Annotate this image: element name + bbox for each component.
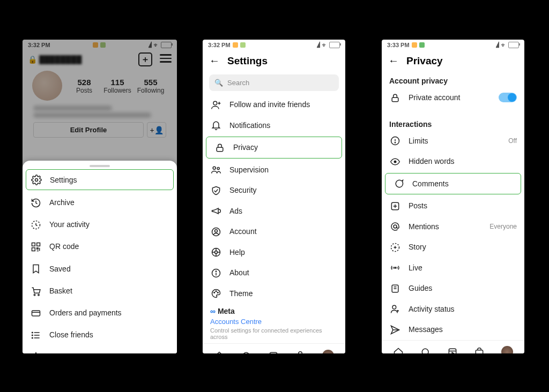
privacy-label: Mentions bbox=[409, 222, 439, 231]
svg-point-46 bbox=[395, 142, 395, 143]
private-toggle[interactable] bbox=[499, 93, 517, 102]
menu-item-basket[interactable]: Basket bbox=[23, 280, 177, 301]
svg-rect-39 bbox=[270, 352, 277, 353]
settings-item-follow-invite[interactable]: Follow and invite friends bbox=[203, 94, 345, 115]
menu-label: Basket bbox=[49, 287, 72, 295]
settings-item-supervision[interactable]: Supervision bbox=[203, 160, 345, 180]
privacy-item-hidden-words[interactable]: Hidden words bbox=[382, 151, 524, 172]
nav-profile[interactable] bbox=[322, 350, 334, 353]
svg-point-0 bbox=[35, 179, 38, 182]
svg-point-35 bbox=[216, 291, 217, 292]
svg-point-6 bbox=[38, 294, 40, 296]
nav-search[interactable] bbox=[241, 349, 252, 353]
svg-rect-3 bbox=[37, 243, 40, 246]
settings-item-theme[interactable]: Theme bbox=[203, 283, 345, 304]
accounts-centre-link[interactable]: Accounts Centre bbox=[210, 318, 338, 326]
settings-label: Help bbox=[229, 248, 245, 257]
palette-icon bbox=[210, 288, 222, 299]
menu-label: QR code bbox=[49, 242, 79, 251]
svg-point-62 bbox=[422, 349, 428, 353]
menu-label: Archive bbox=[49, 198, 75, 207]
svg-point-59 bbox=[392, 305, 396, 309]
svg-point-14 bbox=[32, 337, 33, 338]
screenshot-profile-sheet: 3:32 PM ◢ ᯤ 🔒 ████████ ＋ 528 Posts 115 F… bbox=[23, 40, 177, 353]
search-placeholder: Search bbox=[227, 79, 249, 87]
sheet-handle[interactable] bbox=[90, 165, 110, 167]
status-dot-icon bbox=[240, 42, 246, 48]
privacy-label: Activity status bbox=[409, 305, 455, 313]
nav-home[interactable] bbox=[393, 346, 404, 353]
list-icon bbox=[30, 329, 42, 341]
live-icon bbox=[389, 262, 401, 274]
page-title: Privacy bbox=[406, 55, 443, 67]
svg-rect-67 bbox=[476, 350, 483, 353]
settings-label: Security bbox=[229, 186, 257, 194]
menu-item-saved[interactable]: Saved bbox=[23, 258, 177, 280]
settings-item-about[interactable]: About bbox=[203, 262, 345, 283]
menu-item-archive[interactable]: Archive bbox=[23, 191, 177, 213]
limits-icon bbox=[389, 135, 401, 147]
bookmark-icon bbox=[30, 263, 42, 274]
search-input[interactable]: 🔍 Search bbox=[209, 74, 339, 91]
privacy-item-guides[interactable]: Guides bbox=[382, 278, 524, 299]
back-button[interactable]: ← bbox=[209, 55, 220, 67]
settings-item-ads[interactable]: Ads bbox=[203, 201, 345, 222]
privacy-label: Guides bbox=[409, 284, 432, 292]
menu-item-favourites[interactable]: Favourites bbox=[23, 346, 177, 353]
svg-point-33 bbox=[216, 271, 216, 272]
tutorial-three-screenshots: { "status": { "time_a": "3:32 PM", "time… bbox=[0, 0, 549, 392]
menu-item-qr[interactable]: QR code bbox=[23, 236, 177, 258]
screenshot-privacy: 3:33 PM ◢ ᯤ ← Privacy Account privacy Pr… bbox=[382, 40, 524, 353]
privacy-item-limits[interactable]: Limits Off bbox=[382, 131, 524, 152]
nav-home[interactable] bbox=[214, 349, 225, 353]
bottom-nav bbox=[382, 340, 524, 353]
battery-icon bbox=[508, 42, 519, 48]
at-icon bbox=[389, 221, 401, 232]
privacy-item-live[interactable]: Live bbox=[382, 258, 524, 278]
menu-label: Favourites bbox=[49, 353, 84, 353]
svg-marker-66 bbox=[452, 352, 454, 353]
settings-item-help[interactable]: Help bbox=[203, 242, 345, 263]
status-dot-icon bbox=[412, 42, 417, 48]
bottom-nav bbox=[203, 343, 345, 353]
battery-icon bbox=[329, 42, 340, 48]
privacy-item-comments[interactable]: Comments bbox=[385, 173, 521, 195]
star-icon bbox=[30, 351, 42, 353]
privacy-value: Everyone bbox=[489, 223, 517, 230]
card-icon bbox=[30, 307, 42, 319]
shield-icon bbox=[210, 185, 222, 196]
settings-item-privacy[interactable]: Privacy bbox=[206, 137, 342, 159]
privacy-item-story[interactable]: Story bbox=[382, 237, 524, 258]
menu-item-orders[interactable]: Orders and payments bbox=[23, 302, 177, 324]
back-button[interactable]: ← bbox=[388, 55, 399, 67]
settings-item-notifications[interactable]: Notifications bbox=[203, 115, 345, 136]
nav-search[interactable] bbox=[420, 346, 431, 353]
page-header: ← Privacy bbox=[382, 50, 524, 71]
settings-label: Supervision bbox=[229, 165, 269, 174]
svg-point-36 bbox=[218, 292, 219, 293]
menu-item-activity[interactable]: Your activity bbox=[23, 214, 177, 236]
nav-reels[interactable] bbox=[447, 346, 458, 353]
nav-profile[interactable] bbox=[501, 346, 513, 353]
settings-label: Privacy bbox=[233, 143, 258, 152]
privacy-item-messages[interactable]: Messages bbox=[382, 319, 524, 340]
privacy-label: Story bbox=[409, 243, 426, 251]
privacy-item-mentions[interactable]: Mentions Everyone bbox=[382, 216, 524, 237]
settings-item-security[interactable]: Security bbox=[203, 180, 345, 201]
activity-icon bbox=[389, 304, 401, 315]
status-dot-icon bbox=[233, 42, 238, 48]
privacy-item-posts[interactable]: Posts bbox=[382, 195, 524, 216]
nav-shop[interactable] bbox=[295, 349, 306, 353]
privacy-item-activity-status[interactable]: Activity status bbox=[382, 299, 524, 320]
svg-point-26 bbox=[215, 251, 218, 254]
settings-label: Account bbox=[229, 227, 257, 236]
menu-item-close-friends[interactable]: Close friends bbox=[23, 324, 177, 346]
screenshot-settings: 3:32 PM ◢ ᯤ ← Settings 🔍 Search Follow a… bbox=[203, 40, 345, 353]
nav-shop[interactable] bbox=[474, 346, 485, 353]
section-account-privacy: Account privacy bbox=[382, 71, 524, 87]
privacy-label: Private account bbox=[409, 93, 461, 102]
menu-item-settings[interactable]: Settings bbox=[26, 169, 174, 190]
privacy-item-private-account[interactable]: Private account bbox=[382, 87, 524, 108]
settings-item-account[interactable]: Account bbox=[203, 221, 345, 242]
nav-reels[interactable] bbox=[268, 349, 279, 353]
